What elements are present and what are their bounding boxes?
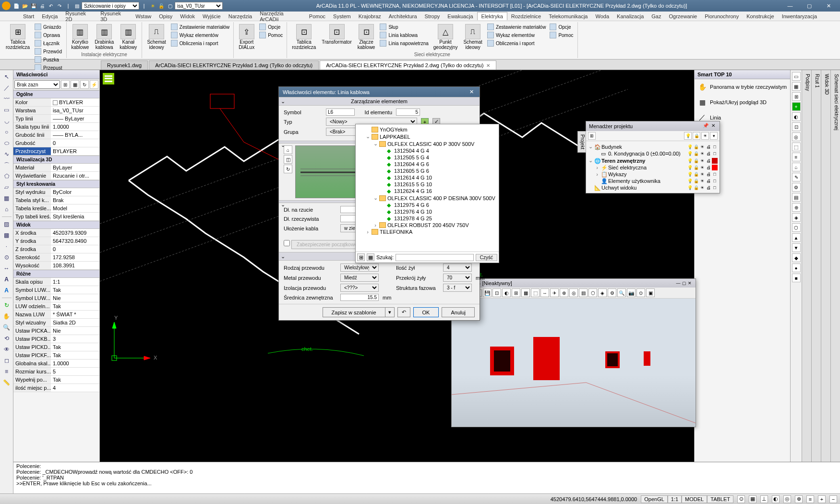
qat-layer-icon[interactable]: ▤ [73, 2, 81, 10]
menu-item[interactable]: Architektura [385, 12, 421, 20]
tool-poly-icon[interactable]: ⬠ [2, 171, 12, 181]
tree-node[interactable]: ◆1312604 4 G 6 [358, 161, 497, 168]
ribbon-small-item[interactable]: Pomoc [258, 31, 284, 39]
node-state-icon[interactable]: 🔒 [693, 144, 699, 150]
rtool-14-icon[interactable]: ◈ [792, 213, 801, 222]
right-vertical-tab[interactable]: Widok 3D [821, 70, 830, 493]
props-row[interactable]: Warstwaisa_V0_TUsr [13, 107, 99, 115]
v3d-t17-icon[interactable]: ⊙ [636, 288, 645, 297]
tree-node[interactable]: ◆1312505 5 G 4 [358, 154, 497, 161]
schemat-ideowy2-button[interactable]: ⎍Schemat ideowy [461, 23, 484, 51]
tree-node[interactable]: ›TELEFONIKA [358, 228, 497, 235]
qat-sun-icon[interactable]: ☀ [149, 2, 156, 10]
props-row[interactable]: Wypełnij po...Tak [13, 376, 99, 384]
tool-line-icon[interactable]: ／ [2, 83, 12, 93]
ribbon-small-item[interactable]: Gniazdo [34, 23, 63, 31]
preview-rotate-icon[interactable]: ↻ [284, 165, 292, 173]
chevron-down-icon[interactable]: ⌄ [281, 253, 285, 260]
expand-icon[interactable]: ⌄ [365, 133, 370, 140]
ribbon-small-item[interactable]: Obliczenia i raport [170, 39, 231, 47]
right-vertical-tab[interactable]: Podpisy [802, 70, 811, 493]
rtool-19-icon[interactable]: ● [792, 264, 801, 272]
qat-redo-icon[interactable]: ↷ [56, 2, 63, 10]
ribbon-button[interactable]: ▥Kanał kablowy [118, 23, 139, 51]
props-section-header[interactable]: Wizualizacja 3D [13, 156, 99, 164]
tree-node[interactable]: ⌄OLFLEX CLASSIC 400 P 300V 500V [358, 140, 497, 147]
status-polar-icon[interactable]: ◐ [772, 495, 780, 503]
tool-refresh-icon[interactable]: ↻ [2, 300, 12, 310]
props-row[interactable]: Ustaw PICKF...Tak [13, 351, 99, 360]
menu-item[interactable]: Ewakuacja [444, 12, 477, 20]
props-row[interactable]: Symbol LUW...Tak [13, 286, 99, 294]
v3d-t1-icon[interactable]: 💾 [483, 288, 492, 297]
cancel-button[interactable]: Anuluj [442, 307, 475, 317]
rtool-3-icon[interactable]: ⊞ [792, 92, 801, 101]
node-state-icon[interactable]: 🔒 [693, 178, 699, 184]
v3d-t15-icon[interactable]: 🔍 [617, 288, 626, 297]
menu-item[interactable]: Rysunek 3D [96, 10, 132, 23]
v3d-t8-icon[interactable]: ✈ [550, 288, 559, 297]
ribbon-small-item[interactable]: Pomoc [549, 31, 574, 39]
node-state-icon[interactable]: ☀ [699, 144, 705, 150]
props-tool2-icon[interactable]: ▦ [71, 80, 79, 89]
status-lwt-icon[interactable]: ≡ [806, 495, 814, 503]
ribbon-button[interactable]: ▥Drabinka kablowa [93, 23, 116, 51]
tree-node[interactable]: ⌄LAPPKABEL [358, 133, 497, 140]
project-tree-node[interactable]: ›📋Wykazy💡🔒☀🖨□ [588, 171, 718, 178]
node-state-icon[interactable]: 🔒 [693, 185, 699, 191]
tree-node[interactable]: ◆1312504 4 G 4 [358, 147, 497, 154]
menu-item[interactable]: Wstaw [132, 12, 155, 20]
tablica-rozdzielcza-button[interactable]: ⊞Tablica rozdzielcza [4, 23, 32, 72]
chk1-wrapper[interactable]: Zabezpieczenie początkowe [284, 240, 362, 249]
v3d-t5-icon[interactable]: ▦ [521, 288, 530, 297]
props-row[interactable]: ilość miejsc p...4 [13, 384, 99, 392]
menu-item[interactable]: Ogrzewanie [665, 12, 701, 20]
qat-combo2[interactable]: isa_V0_TUsr [175, 2, 223, 10]
rtool-20-icon[interactable]: ■ [792, 274, 801, 282]
qat-new-icon[interactable]: 📄 [12, 2, 20, 10]
tool-house-icon[interactable]: ⌂ [2, 204, 12, 214]
view3d-min-icon[interactable]: — [675, 281, 681, 287]
tool-polyline-icon[interactable]: 〰 [2, 94, 12, 104]
ribbon-small-item[interactable]: Linia kablowa [379, 31, 429, 39]
metal-select[interactable]: Miedź [340, 274, 379, 282]
expand-icon[interactable]: ⌄ [588, 157, 593, 164]
rtool-11-icon[interactable]: ⚙ [792, 183, 801, 192]
node-state-icon[interactable]: 🔒 [693, 165, 699, 170]
menu-item[interactable]: Kanalizacja [613, 12, 648, 20]
save-template-dropdown[interactable]: ▾ [385, 307, 395, 317]
menu-item[interactable]: Wyjście [199, 12, 225, 20]
qat-undo-icon[interactable]: ↶ [47, 2, 55, 10]
projmgr-tool1-icon[interactable]: ⊞ [588, 132, 596, 140]
props-tool3-icon[interactable]: ↻ [80, 80, 89, 89]
preview-cube-icon[interactable]: ◫ [284, 155, 292, 164]
rtool-13-icon[interactable]: ⊕ [792, 203, 801, 212]
tree-node[interactable]: ⌄OLFLEX CLASSIC 400 P DESINA 300V 500V [358, 194, 497, 202]
izol-select[interactable]: <???> [340, 284, 379, 292]
smart-item[interactable]: ✋Panorama w trybie rzeczywistym [695, 79, 790, 95]
tool-shape-icon[interactable]: ▱ [2, 182, 12, 192]
qat-open-icon[interactable]: 📂 [21, 2, 29, 10]
props-row[interactable]: Ustaw PICKA...Nie [13, 327, 99, 335]
export-dialux-button[interactable]: ⇪Export DIALux [237, 23, 256, 51]
rtool-12-icon[interactable]: ▤ [792, 193, 801, 202]
project-tree-node[interactable]: ›⚡Sieć elektryczna💡🔒☀🖨■ [588, 164, 718, 171]
node-state-icon[interactable]: □ [712, 144, 718, 150]
v3d-t2-icon[interactable]: ⊡ [492, 288, 501, 297]
v3d-t9-icon[interactable]: ⊕ [560, 288, 568, 297]
document-tab[interactable]: ArCADia-SIECI ELEKTRYCZNE Przykład 2.dwg… [320, 60, 496, 70]
projmgr-menu-icon[interactable]: ▾ [710, 132, 718, 140]
tree-node[interactable]: ◆1312975 4 G 6 [358, 202, 497, 208]
przek-select[interactable]: 70 [443, 274, 472, 282]
node-state-icon[interactable]: ☀ [699, 151, 705, 156]
rtool-6-icon[interactable]: ◎ [792, 132, 801, 141]
props-row[interactable]: Z środka0 [13, 245, 99, 253]
view3d-close-icon[interactable]: ✕ [687, 281, 693, 287]
tree-filter1-icon[interactable]: ⊞ [357, 253, 365, 261]
v3d-t11-icon[interactable]: ▤ [579, 288, 588, 297]
expand-icon[interactable]: ⌄ [588, 144, 593, 150]
props-tool4-icon[interactable]: ⚡ [90, 80, 98, 89]
props-row[interactable]: Typ linii—— ByLayer [13, 115, 99, 123]
node-state-icon[interactable]: 🖨 [706, 185, 711, 191]
tree-clear-button[interactable]: Czyść [476, 254, 497, 261]
